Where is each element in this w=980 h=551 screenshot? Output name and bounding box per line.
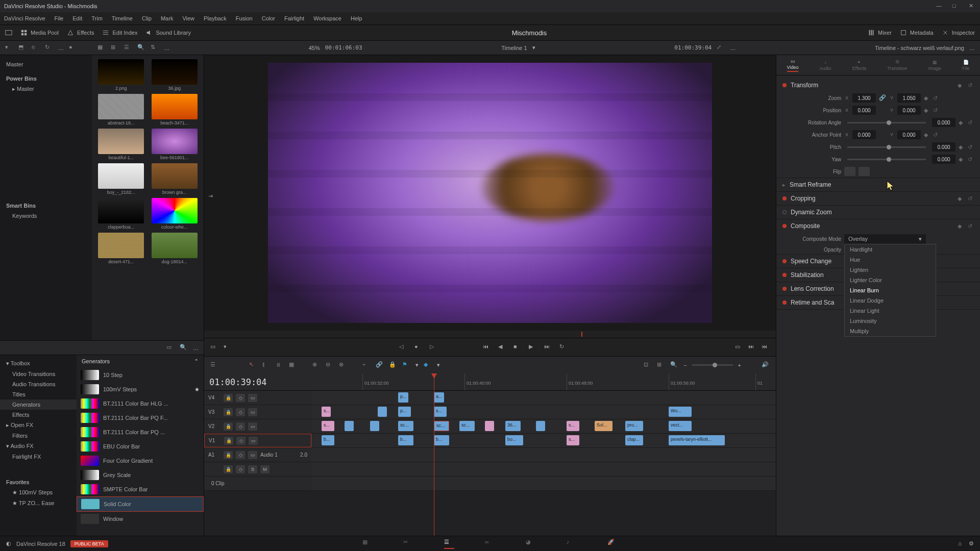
flip-v-button[interactable] <box>859 167 870 176</box>
audio-subheader[interactable]: 🔒◇SM <box>204 462 311 476</box>
generator-item[interactable]: 100mV Steps★ <box>77 382 204 396</box>
fx-fav-1[interactable]: ★ 100mV Steps <box>0 487 77 498</box>
dropdown-option[interactable]: Hardlight <box>845 244 936 255</box>
dropdown-option[interactable]: Linear Burn <box>845 285 936 295</box>
match-frame-icon[interactable]: ● <box>414 343 423 352</box>
track-lock-icon[interactable]: 🔒 <box>224 394 233 402</box>
section-composite[interactable]: Composite◆↺ <box>776 219 980 233</box>
track-auto-icon[interactable]: ◇ <box>236 408 245 416</box>
reset-zoom-icon[interactable]: ↺ <box>933 95 939 101</box>
media-thumbnail[interactable]: clapperboa... <box>96 198 146 230</box>
track-lock-icon[interactable]: 🔒 <box>224 451 233 459</box>
maximize-icon[interactable]: □ <box>952 3 960 10</box>
timeline-clip[interactable]: sc... <box>459 421 475 431</box>
track-lock-icon[interactable]: 🔒 <box>224 437 233 445</box>
minimize-icon[interactable]: — <box>936 3 943 10</box>
timeline-clip[interactable]: s... <box>567 421 579 431</box>
timeline-clip[interactable]: clap... <box>625 435 643 445</box>
generator-item[interactable]: BT.2111 Color Bar HLG ... <box>77 396 204 411</box>
replace-icon[interactable]: ⊗ <box>339 361 347 369</box>
reset-pitch-icon[interactable]: ↺ <box>968 144 974 150</box>
media-thumbnail[interactable]: desert-471... <box>96 233 146 264</box>
dynamic-trim-icon[interactable]: ⫼ <box>276 361 284 369</box>
bin-master[interactable]: Master <box>0 59 92 69</box>
menu-mark[interactable]: Mark <box>161 15 173 21</box>
menu-trim[interactable]: Trim <box>91 15 103 21</box>
effects-button[interactable]: Effects <box>67 29 94 36</box>
timeline-clip[interactable] <box>536 421 545 431</box>
timeline-clip[interactable]: s... <box>567 435 579 445</box>
dropdown-option[interactable]: Lighter Color <box>845 275 936 285</box>
grid-view-icon[interactable]: ▦ <box>97 44 106 52</box>
layout-icon[interactable] <box>5 29 12 36</box>
marker-chevron-icon[interactable]: ▾ <box>437 362 440 368</box>
track-arm-icon[interactable]: ◇ <box>236 465 245 473</box>
timeline-name[interactable]: Timeline 1 <box>501 45 527 51</box>
reset-yaw-icon[interactable]: ↺ <box>968 156 974 162</box>
kf-rot-icon[interactable]: ◆ <box>959 119 965 126</box>
generator-item[interactable]: Solid Color <box>77 496 204 512</box>
menu-playback[interactable]: Playback <box>204 15 227 21</box>
tab-audio[interactable]: ♪Audio <box>820 60 831 71</box>
kf-anchor-icon[interactable]: ◆ <box>924 132 930 138</box>
reset-rot-icon[interactable]: ↺ <box>968 119 974 126</box>
flip-h-button[interactable] <box>844 167 855 176</box>
thumb-view-icon[interactable]: ⊞ <box>111 44 119 52</box>
pitch-slider[interactable] <box>847 146 926 148</box>
timeline-clip[interactable]: p... <box>398 407 411 417</box>
selection-tool-icon[interactable]: ↖ <box>249 361 257 369</box>
timeline-clip[interactable]: b... <box>434 435 449 445</box>
overwrite-icon[interactable]: ⊖ <box>326 361 334 369</box>
generator-item[interactable]: Grey Scale <box>77 468 204 482</box>
dropdown-option[interactable]: Luminosity <box>845 316 936 326</box>
reset-anchor-icon[interactable]: ↺ <box>933 132 939 138</box>
insert-icon[interactable]: ⊕ <box>312 361 321 369</box>
blade-tool-icon[interactable]: ▦ <box>289 361 297 369</box>
fx-favorites[interactable]: Favorites <box>0 477 77 487</box>
playhead-line[interactable] <box>434 391 434 536</box>
mini-playhead[interactable] <box>581 332 582 337</box>
favorite-star-icon[interactable]: ★ <box>194 386 200 393</box>
fx-generators[interactable]: Generators <box>0 399 77 410</box>
chevron-down-icon[interactable]: ▾ <box>532 44 535 51</box>
bin-keywords[interactable]: Keywords <box>0 211 92 221</box>
zoom-x-field[interactable] <box>852 93 876 103</box>
pos-y-field[interactable] <box>897 106 921 115</box>
yaw-field[interactable] <box>932 155 955 164</box>
section-smart-reframe[interactable]: ▸Smart Reframe <box>776 178 980 191</box>
kf-yaw-icon[interactable]: ◆ <box>959 156 965 162</box>
track-header[interactable]: V2🔒◇▭ <box>204 419 311 433</box>
overflow-icon-3[interactable]: … <box>730 45 736 51</box>
search-icon[interactable]: 🔍 <box>137 44 145 52</box>
yaw-slider[interactable] <box>847 159 926 160</box>
prev-edit-icon[interactable]: ◁ <box>399 343 407 352</box>
menu-fairlight[interactable]: Fairlight <box>284 15 304 21</box>
generator-item[interactable]: Four Color Gradient <box>77 454 204 468</box>
timeline-clip[interactable]: vect... <box>669 421 692 431</box>
timeline-clip[interactable]: pro... <box>625 421 643 431</box>
timeline-clip[interactable]: a... <box>434 392 444 403</box>
generator-item[interactable]: SMPTE Color Bar <box>77 482 204 496</box>
viewer[interactable]: ⇥ <box>204 55 776 331</box>
tab-transition[interactable]: ⧉Transition <box>887 59 907 71</box>
track-header[interactable]: V1🔒◇▭ <box>204 434 311 447</box>
marker-icon[interactable]: ◆ <box>424 361 432 369</box>
kf-zoom-icon[interactable]: ◆ <box>924 95 930 101</box>
tab-image[interactable]: ▦Image <box>928 60 941 71</box>
first-frame-icon[interactable]: ⏮ <box>483 343 491 352</box>
zoom-custom-icon[interactable]: 🔍 <box>670 361 678 369</box>
media-thumbnail[interactable]: boy_-_2182... <box>96 163 146 195</box>
playhead[interactable] <box>434 373 434 390</box>
track-auto-icon[interactable]: ◇ <box>236 422 245 431</box>
menu-color[interactable]: Color <box>262 15 275 21</box>
generator-item[interactable]: Window <box>77 512 204 526</box>
timeline-clip[interactable]: pexels-taryn-elliott... <box>669 435 725 445</box>
fx-titles[interactable]: Titles <box>0 389 77 399</box>
zoom-full-icon[interactable]: ⊡ <box>644 361 652 369</box>
menu-clip[interactable]: Clip <box>142 15 152 21</box>
dropdown-option[interactable]: Multiply <box>845 326 936 336</box>
tab-video[interactable]: ▭Video <box>787 59 799 72</box>
last-frame-icon[interactable]: ⏭ <box>544 343 552 352</box>
viewer-image[interactable] <box>268 63 712 323</box>
timeline-clip[interactable] <box>345 421 354 431</box>
